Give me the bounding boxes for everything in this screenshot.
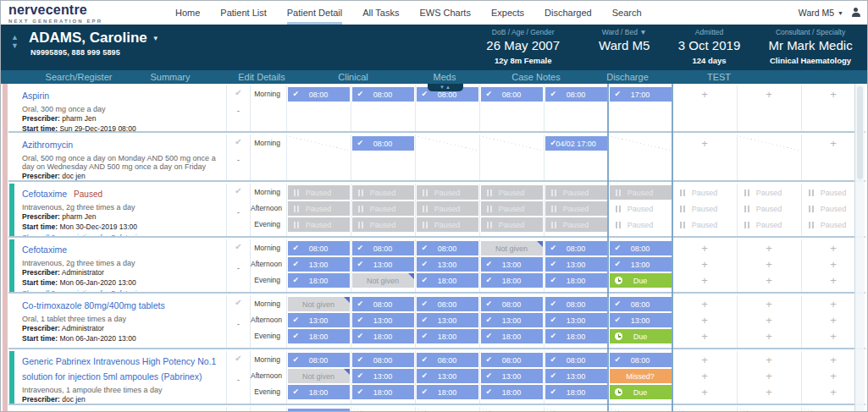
patient-nav-arrows[interactable]: ▲ ▼ xyxy=(11,33,19,50)
ward-bed-field[interactable]: Ward / Bed ▼ Ward M5 xyxy=(583,25,665,70)
dose-given-cell[interactable]: ✔18:00 xyxy=(288,329,350,343)
dose-given-cell[interactable]: ✔13:00 xyxy=(352,369,414,383)
vertical-scrollbar[interactable] xyxy=(854,84,865,411)
paused-dose-cell[interactable]: Paused xyxy=(481,185,543,200)
tab-case-notes[interactable]: Case Notes xyxy=(490,72,582,82)
dose-given-cell[interactable]: ✔08:00 xyxy=(481,353,543,367)
collapse-banner-handle[interactable]: ▼▲ xyxy=(428,84,463,91)
dose-given-cell[interactable]: ✔18:00 xyxy=(288,385,350,399)
dose-given-cell[interactable]: ✔08:00 xyxy=(288,241,350,255)
nav-item-patient-detail[interactable]: Patient Detail xyxy=(287,1,342,25)
add-dose-cell[interactable]: + xyxy=(674,87,736,102)
add-dose-cell[interactable]: + xyxy=(674,329,736,343)
add-dose-cell[interactable]: + xyxy=(738,353,800,367)
dose-given-cell[interactable]: ✔18:00 xyxy=(481,385,543,399)
dose-given-cell[interactable]: ✔08:00 xyxy=(610,297,672,311)
dose-given-cell[interactable]: ✔18:00 xyxy=(417,385,478,399)
paused-dose-cell[interactable]: Paused xyxy=(481,217,543,232)
dose-missed-cell[interactable]: Missed? xyxy=(610,369,672,383)
dose-given-cell[interactable]: ✔08:00 xyxy=(352,241,414,255)
add-dose-cell[interactable]: + xyxy=(738,257,800,272)
check-icon[interactable]: ✔ xyxy=(227,186,250,195)
add-dose-cell[interactable]: + xyxy=(674,297,736,311)
paused-dose-cell[interactable]: Paused xyxy=(417,201,478,216)
paused-dose-cell[interactable]: Paused xyxy=(288,201,350,216)
dose-given-cell[interactable]: ✔13:00 xyxy=(545,369,607,383)
dose-given-cell[interactable]: ✔18:00 xyxy=(481,329,543,343)
dose-given-cell[interactable]: ✔13:00 xyxy=(417,257,478,272)
show-all-prescriptions-link[interactable]: Show all 2 prescriptions for Cefotaxime xyxy=(22,289,223,292)
dose-given-cell[interactable]: ✔08:00 xyxy=(352,87,414,102)
paused-dose-cell[interactable]: Paused xyxy=(352,217,414,232)
dose-given-cell[interactable]: ✔08:00 xyxy=(545,241,607,255)
dose-given-cell[interactable]: ✔08:00 xyxy=(481,87,543,102)
dose-given-cell[interactable]: ✔18:00 xyxy=(545,385,607,399)
check-icon[interactable]: ✔ xyxy=(227,137,250,146)
paused-future-dose-cell[interactable]: Paused xyxy=(738,217,800,232)
paused-future-dose-cell[interactable]: Paused xyxy=(674,201,736,216)
dose-given-cell[interactable]: ✔08:00 xyxy=(352,136,414,151)
paused-dose-cell[interactable]: Paused xyxy=(288,217,350,232)
add-dose-cell[interactable]: + xyxy=(674,369,736,383)
paused-future-dose-cell[interactable]: Paused xyxy=(738,201,800,216)
nav-item-expects[interactable]: Expects xyxy=(491,1,524,25)
medication-name-link[interactable]: Cefotaxime xyxy=(22,189,67,199)
dose-given-cell[interactable]: ✔13:00 xyxy=(545,257,607,272)
dose-given-cell[interactable]: ✔18:00 xyxy=(352,329,414,343)
add-dose-cell[interactable]: + xyxy=(674,273,736,288)
paused-dose-cell[interactable]: Paused xyxy=(545,185,607,200)
dose-given-cell[interactable]: ✔08:00 xyxy=(288,353,350,367)
user-icon[interactable] xyxy=(851,8,860,18)
tab-meds[interactable]: Meds xyxy=(399,72,490,82)
add-dose-cell[interactable]: + xyxy=(674,241,736,255)
add-dose-cell[interactable]: + xyxy=(674,313,736,327)
dose-given-cell[interactable]: ✔13:00 xyxy=(352,257,414,272)
tab-summary[interactable]: Summary xyxy=(124,72,216,82)
add-dose-cell[interactable]: + xyxy=(738,273,800,288)
dose-given-cell[interactable]: ✔08:00 xyxy=(352,297,414,311)
medication-name-link[interactable]: Co-trimoxazole 80mg/400mg tablets xyxy=(22,300,165,310)
add-dose-cell[interactable]: + xyxy=(738,369,800,383)
dose-given-cell[interactable]: ✔08:00 xyxy=(610,353,672,367)
paused-future-dose-cell[interactable]: Paused xyxy=(738,185,800,200)
tab-clinical[interactable]: Clinical xyxy=(307,72,399,82)
dose-given-cell[interactable]: ✔13:00 xyxy=(545,313,607,327)
paused-dose-cell[interactable]: Paused xyxy=(288,185,350,200)
add-dose-cell[interactable]: + xyxy=(738,385,800,399)
dose-due-cell[interactable]: Due xyxy=(610,385,672,399)
not-given-cell[interactable]: Not given xyxy=(481,241,543,255)
not-given-cell[interactable]: Not given xyxy=(288,297,350,311)
paused-dose-cell[interactable]: Paused xyxy=(481,201,543,216)
paused-dose-cell[interactable]: Paused xyxy=(417,217,478,232)
medication-name-link[interactable]: Generic Pabrinex Intravenous High Potenc… xyxy=(22,356,216,382)
dose-given-cell[interactable]: ✔08:00 xyxy=(481,297,543,311)
add-dose-cell[interactable]: + xyxy=(674,353,736,367)
tab-discharge[interactable]: Discharge xyxy=(582,72,673,82)
add-dose-cell[interactable]: + xyxy=(738,329,800,343)
nav-item-home[interactable]: Home xyxy=(175,1,200,25)
dose-given-cell[interactable]: ✔08:00 xyxy=(417,297,478,311)
check-icon[interactable]: ✔ xyxy=(227,88,250,97)
dose-given-cell[interactable]: ✔13:00 xyxy=(352,313,414,327)
add-dose-cell[interactable]: + xyxy=(738,241,800,255)
dose-given-cell[interactable]: ✔08:00 xyxy=(610,241,672,255)
dose-given-cell[interactable]: ✔08:00 xyxy=(545,353,607,367)
dose-given-cell[interactable]: ✔13:00 xyxy=(481,257,543,272)
check-icon[interactable]: ✔ xyxy=(227,354,250,363)
add-dose-cell[interactable]: + xyxy=(674,385,736,399)
dose-given-cell[interactable]: ✔13:00 xyxy=(288,257,350,272)
paused-dose-cell[interactable]: Paused xyxy=(352,185,414,200)
paused-dose-cell[interactable]: Paused xyxy=(610,185,672,200)
dose-given-cell[interactable]: ✔13:00 xyxy=(288,313,350,327)
dose-given-cell[interactable]: ✔04/02 17:00 xyxy=(545,136,607,151)
dose-due-cell[interactable]: Due xyxy=(610,273,672,288)
add-dose-cell[interactable]: + xyxy=(738,87,800,102)
paused-dose-cell[interactable]: Paused xyxy=(417,185,478,200)
nav-item-all-tasks[interactable]: All Tasks xyxy=(362,1,399,25)
patient-name[interactable]: ADAMS, Caroline ▼ xyxy=(29,30,159,47)
show-all-prescriptions-link[interactable]: Show all 2 prescriptions for Cefotaxime xyxy=(22,233,223,236)
not-given-cell[interactable]: Not given xyxy=(352,273,414,288)
dose-given-cell[interactable]: ✔18:00 xyxy=(417,329,478,343)
paused-future-dose-cell[interactable]: Paused xyxy=(610,201,672,216)
dose-given-cell[interactable]: ✔13:00 xyxy=(481,313,543,327)
